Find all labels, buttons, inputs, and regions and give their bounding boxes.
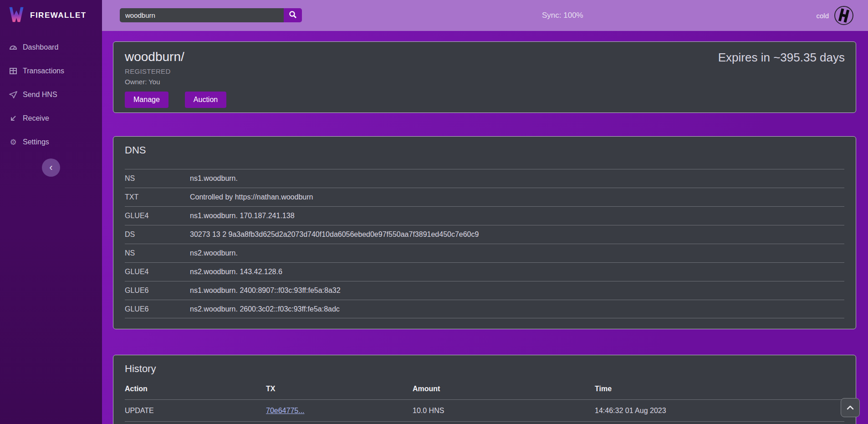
dns-record-type: GLUE4 xyxy=(125,212,190,220)
gear-icon: ⚙ xyxy=(9,138,18,147)
sync-status: Sync: 100% xyxy=(542,0,583,31)
dns-record-row: TXT Controlled by https://nathan.woodbur… xyxy=(125,188,844,206)
sidebar-item-send-hns[interactable]: Send HNS xyxy=(0,83,102,107)
dns-record-row: DS 30273 13 2 9a3a8fb3d625d2a2073d740f10… xyxy=(125,225,844,244)
sidebar-item-receive[interactable]: Receive xyxy=(0,107,102,130)
history-amount: 10.0 HNS xyxy=(413,407,595,415)
history-row: UPDATE 70e64775... 10.0 HNS 14:46:32 01 … xyxy=(125,400,844,422)
sidebar-item-dashboard[interactable]: Dashboard xyxy=(0,36,102,59)
dns-record-value: Controlled by https://nathan.woodburn xyxy=(190,193,313,201)
wallet-name: cold xyxy=(816,12,829,20)
domain-expiry: Expires in ~395.35 days xyxy=(718,51,845,65)
history-time: 14:46:32 01 Aug 2023 xyxy=(595,407,844,415)
sidebar-item-label: Dashboard xyxy=(23,43,58,51)
dns-title: DNS xyxy=(125,144,844,156)
dns-record-value: ns2.woodburn. 143.42.128.6 xyxy=(190,268,282,276)
chevron-up-icon xyxy=(847,404,854,411)
dns-record-type: NS xyxy=(125,249,190,257)
firewallet-logo-icon xyxy=(7,5,26,26)
dns-table: NS ns1.woodburn. TXT Controlled by https… xyxy=(125,169,844,318)
dns-record-type: GLUE4 xyxy=(125,268,190,276)
domain-card: woodburn/ REGISTERED Owner: You Manage A… xyxy=(113,41,856,113)
auction-button[interactable]: Auction xyxy=(185,92,226,108)
history-title: History xyxy=(125,363,844,375)
dns-record-value: ns1.woodburn. 2400:8907::f03c:93ff:fe5a:… xyxy=(190,286,341,295)
domain-status-badge: REGISTERED xyxy=(125,67,844,75)
dns-record-row: GLUE6 ns1.woodburn. 2400:8907::f03c:93ff… xyxy=(125,281,844,300)
history-header-row: Action TX Amount Time xyxy=(125,385,844,400)
dns-record-type: GLUE6 xyxy=(125,305,190,313)
search-button[interactable] xyxy=(284,8,302,22)
dns-record-value: ns1.woodburn. 170.187.241.138 xyxy=(190,212,295,220)
domain-owner: Owner: You xyxy=(125,78,844,86)
handshake-logo-icon xyxy=(833,20,854,27)
sidebar-collapse-button[interactable]: ‹ xyxy=(42,158,60,177)
sidebar-item-transactions[interactable]: Transactions xyxy=(0,59,102,83)
dns-record-type: TXT xyxy=(125,193,190,201)
history-row: RENEW d7b64f75... 10.0 HNS 15:47:32 07 F… xyxy=(125,422,844,424)
sidebar-nav: Dashboard Transactions Send HNS xyxy=(0,31,102,154)
manage-button[interactable]: Manage xyxy=(125,92,168,108)
scroll-to-top-button[interactable] xyxy=(841,398,860,417)
wallet-group: cold xyxy=(816,0,854,31)
sidebar-item-label: Receive xyxy=(23,114,49,123)
dns-record-type: NS xyxy=(125,174,190,183)
dns-record-value: ns2.woodburn. xyxy=(190,249,238,257)
dns-record-row: GLUE6 ns2.woodburn. 2600:3c02::f03c:93ff… xyxy=(125,300,844,318)
sidebar-item-label: Send HNS xyxy=(23,91,57,99)
history-col-action: Action xyxy=(125,385,266,393)
sidebar-item-label: Transactions xyxy=(23,67,64,75)
dns-record-row: NS ns1.woodburn. xyxy=(125,169,844,188)
wallet-menu-button[interactable] xyxy=(833,5,854,26)
brand-name: FIREWALLET xyxy=(30,11,87,20)
history-col-time: Time xyxy=(595,385,844,393)
receive-icon xyxy=(9,114,18,123)
top-bar: Sync: 100% cold xyxy=(102,0,868,31)
dns-record-value: ns2.woodburn. 2600:3c02::f03c:93ff:fe5a:… xyxy=(190,305,340,313)
main-content: woodburn/ REGISTERED Owner: You Manage A… xyxy=(102,31,868,424)
search-group xyxy=(120,8,302,22)
dns-record-value: 30273 13 2 9a3a8fb3d625d2a2073d740f10da6… xyxy=(190,230,479,239)
transactions-icon xyxy=(9,66,18,76)
dns-record-type: DS xyxy=(125,230,190,239)
search-input[interactable] xyxy=(120,8,284,22)
dashboard-icon xyxy=(9,43,18,52)
search-icon xyxy=(289,10,297,20)
sidebar-item-label: Settings xyxy=(23,138,49,146)
history-col-amount: Amount xyxy=(413,385,595,393)
sidebar-item-settings[interactable]: ⚙ Settings xyxy=(0,130,102,154)
sidebar: FIREWALLET Dashboard Transactions xyxy=(0,0,102,424)
send-icon xyxy=(9,90,18,99)
dns-record-row: NS ns2.woodburn. xyxy=(125,244,844,262)
chevron-left-icon: ‹ xyxy=(49,162,52,173)
dns-record-value: ns1.woodburn. xyxy=(190,174,238,183)
brand-header: FIREWALLET xyxy=(0,0,102,31)
dns-card: DNS NS ns1.woodburn. TXT Controlled by h… xyxy=(113,136,856,329)
dns-record-row: GLUE4 ns2.woodburn. 143.42.128.6 xyxy=(125,262,844,281)
dns-record-row: GLUE4 ns1.woodburn. 170.187.241.138 xyxy=(125,206,844,225)
dns-record-type: GLUE6 xyxy=(125,286,190,295)
tx-link[interactable]: 70e64775... xyxy=(266,407,305,414)
history-card: History Action TX Amount Time UPDATE 70e… xyxy=(113,355,856,424)
history-col-tx: TX xyxy=(266,385,413,393)
history-action: UPDATE xyxy=(125,407,266,415)
